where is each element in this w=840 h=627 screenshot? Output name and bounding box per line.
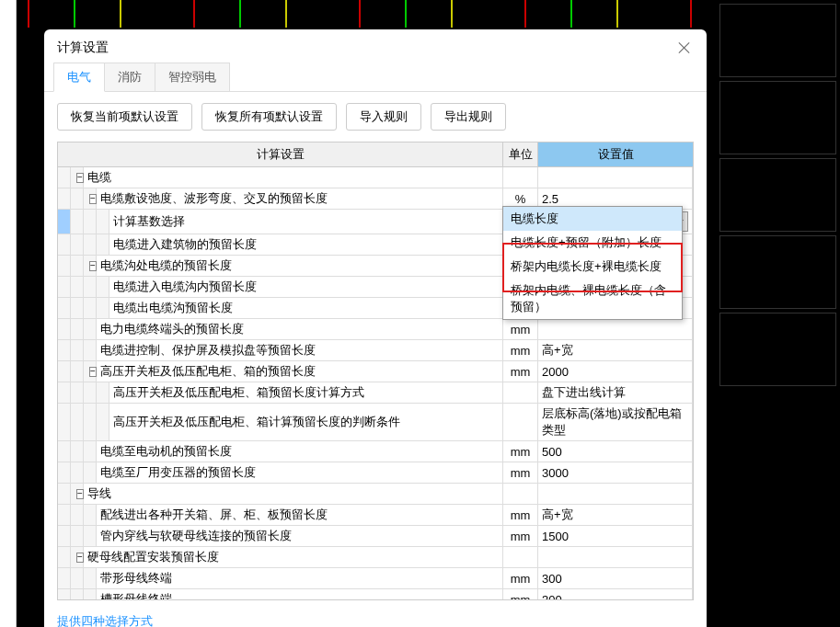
setting-value[interactable]: 300	[538, 568, 693, 588]
setting-value[interactable]: 高+宽	[538, 505, 693, 525]
setting-unit: mm	[503, 361, 538, 382]
setting-value[interactable]: 高+宽	[538, 340, 693, 360]
dropdown-option[interactable]: 桥架内电缆、裸电缆长度（含预留）	[503, 279, 682, 319]
table-row[interactable]: 槽形母线终端mm300	[58, 589, 693, 599]
row-selector-stub[interactable]	[58, 256, 71, 276]
setting-name: 带形母线终端	[97, 568, 503, 588]
collapse-icon[interactable]: −	[89, 261, 97, 271]
collapse-icon[interactable]: −	[89, 194, 97, 204]
row-selector-stub[interactable]	[58, 441, 71, 462]
tree-indent	[84, 234, 97, 255]
setting-name: 电缆进入建筑物的预留长度	[109, 234, 503, 255]
collapse-icon[interactable]: −	[89, 367, 97, 377]
row-selector-stub[interactable]	[58, 340, 71, 360]
table-row[interactable]: 高压开关柜及低压配电柜、箱计算预留长度的判断条件层底标高(落地)或按配电箱类型	[58, 404, 693, 441]
tab-fire[interactable]: 消防	[104, 63, 155, 91]
setting-unit	[503, 382, 538, 403]
tree-indent	[71, 526, 84, 546]
setting-value[interactable]: 3000	[538, 462, 693, 483]
table-row[interactable]: 电缆至电动机的预留长度mm500	[58, 441, 693, 462]
import-rules-button[interactable]: 导入规则	[346, 103, 421, 131]
dropdown-option[interactable]: 电缆长度	[503, 207, 682, 231]
setting-unit: mm	[503, 462, 538, 483]
tree-indent	[71, 319, 84, 339]
setting-unit: mm	[503, 505, 538, 525]
table-row[interactable]: −硬母线配置安装预留长度	[58, 547, 693, 568]
setting-value[interactable]: 500	[538, 441, 693, 462]
row-selector-stub[interactable]	[58, 462, 71, 483]
row-selector-stub[interactable]	[58, 526, 71, 546]
export-rules-button[interactable]: 导出规则	[431, 103, 506, 131]
dropdown-option[interactable]: 电缆长度+预留（附加）长度	[503, 231, 682, 255]
row-selector-stub[interactable]	[58, 277, 71, 297]
setting-value[interactable]: 1500	[538, 526, 693, 546]
tree-indent	[71, 277, 84, 297]
tree-indent: −	[71, 547, 84, 567]
tree-indent	[97, 234, 109, 255]
row-selector-stub[interactable]	[58, 188, 71, 209]
setting-name: 管内穿线与软硬母线连接的预留长度	[97, 526, 503, 546]
collapse-icon[interactable]: −	[76, 173, 84, 183]
tree-indent	[71, 505, 84, 525]
tree-indent	[97, 298, 109, 318]
row-selector-stub[interactable]	[58, 319, 71, 339]
collapse-icon[interactable]: −	[76, 553, 84, 563]
tree-indent	[84, 462, 97, 483]
grid-body[interactable]: −电缆−电缆敷设弛度、波形弯度、交叉的预留长度%2.5计算基数选择电缆长度电缆进…	[58, 167, 693, 599]
setting-unit	[503, 484, 538, 504]
table-row[interactable]: 配线进出各种开关箱、屏、柜、板预留长度mm高+宽	[58, 505, 693, 526]
tab-smartcontrol[interactable]: 智控弱电	[155, 63, 230, 91]
tree-indent	[84, 526, 97, 546]
restore-current-button[interactable]: 恢复当前项默认设置	[57, 103, 192, 131]
dropdown-option[interactable]: 桥架内电缆长度+裸电缆长度	[503, 255, 682, 279]
tab-electrical[interactable]: 电气	[53, 63, 105, 92]
tree-indent	[71, 298, 84, 318]
tree-indent	[84, 319, 97, 339]
setting-value[interactable]	[538, 547, 693, 567]
row-selector-stub[interactable]	[58, 234, 71, 255]
close-icon[interactable]	[675, 39, 694, 57]
footer-hint-link[interactable]: 提供四种选择方式	[44, 608, 707, 627]
setting-value[interactable]	[538, 484, 693, 504]
setting-value[interactable]	[538, 167, 693, 188]
setting-value[interactable]	[538, 319, 693, 339]
row-selector-stub[interactable]	[58, 382, 71, 403]
setting-value[interactable]: 盘下进出线计算	[538, 382, 693, 403]
setting-name: 计算基数选择	[109, 210, 503, 234]
table-row[interactable]: 管内穿线与软硬母线连接的预留长度mm1500	[58, 526, 693, 547]
row-selector-stub[interactable]	[58, 547, 71, 567]
tree-indent	[71, 210, 84, 234]
table-row[interactable]: 电缆至厂用变压器的预留长度mm3000	[58, 462, 693, 484]
restore-all-button[interactable]: 恢复所有项默认设置	[201, 103, 337, 131]
table-row[interactable]: 电缆进控制、保护屏及模拟盘等预留长度mm高+宽	[58, 340, 693, 361]
row-selector-stub[interactable]	[58, 568, 71, 588]
row-selector-stub[interactable]	[58, 484, 71, 504]
row-selector-stub[interactable]	[58, 404, 71, 440]
tree-indent	[71, 589, 84, 599]
tree-indent	[84, 340, 97, 360]
row-selector-stub[interactable]	[58, 298, 71, 318]
table-row[interactable]: 电力电缆终端头的预留长度mm	[58, 319, 693, 340]
tree-indent: −	[84, 188, 97, 209]
setting-value[interactable]: 2000	[538, 361, 693, 382]
tree-indent: −	[71, 484, 84, 504]
row-selector-stub[interactable]	[58, 361, 71, 382]
setting-name: 电缆至厂用变压器的预留长度	[97, 462, 503, 483]
table-row[interactable]: −电缆	[58, 167, 693, 188]
tree-indent	[71, 361, 84, 382]
table-row[interactable]: −导线	[58, 484, 693, 505]
row-selector-stub[interactable]	[58, 589, 71, 599]
setting-value[interactable]: 300	[538, 589, 693, 599]
setting-value[interactable]: 层底标高(落地)或按配电箱类型	[538, 404, 693, 440]
row-selector-stub[interactable]	[58, 210, 71, 234]
table-row[interactable]: 带形母线终端mm300	[58, 568, 693, 589]
setting-name: 电力电缆终端头的预留长度	[97, 319, 503, 339]
setting-name: 高压开关柜及低压配电柜、箱的预留长度	[97, 361, 503, 382]
row-selector-stub[interactable]	[58, 505, 71, 525]
setting-unit: mm	[503, 319, 538, 339]
collapse-icon[interactable]: −	[76, 489, 84, 499]
table-row[interactable]: −高压开关柜及低压配电柜、箱的预留长度mm2000	[58, 361, 693, 382]
table-row[interactable]: 高压开关柜及低压配电柜、箱预留长度计算方式盘下进出线计算	[58, 382, 693, 404]
calc-settings-dialog: 计算设置 电气 消防 智控弱电 恢复当前项默认设置 恢复所有项默认设置 导入规则…	[44, 29, 707, 627]
row-selector-stub[interactable]	[58, 167, 71, 188]
